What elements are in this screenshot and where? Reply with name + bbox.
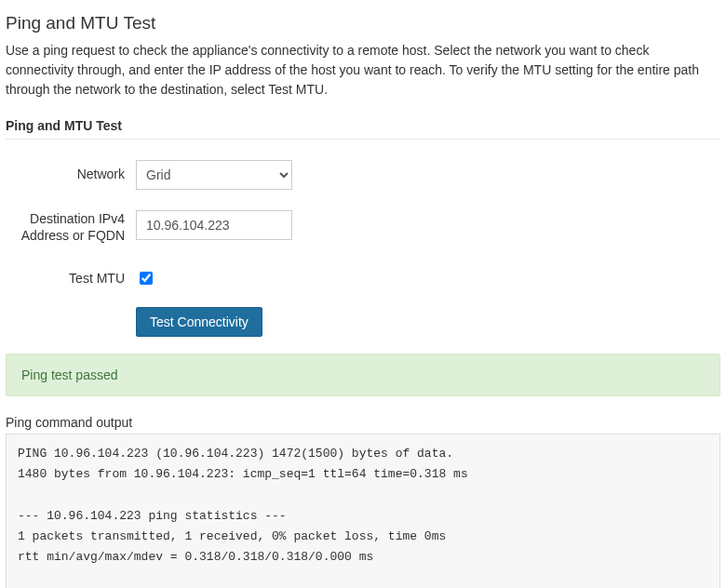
- test-connectivity-button[interactable]: Test Connectivity: [136, 307, 262, 337]
- form-row-test-mtu: Test MTU: [6, 264, 720, 288]
- network-label: Network: [6, 160, 136, 182]
- destination-label: Destination IPv4 Address or FQDN: [6, 210, 136, 244]
- destination-input[interactable]: [136, 210, 292, 240]
- network-select[interactable]: Grid: [136, 160, 292, 190]
- form-row-destination: Destination IPv4 Address or FQDN: [6, 210, 720, 244]
- page-intro: Use a ping request to check the applianc…: [6, 41, 720, 100]
- test-mtu-label: Test MTU: [6, 264, 136, 287]
- status-alert: Ping test passed: [6, 354, 720, 396]
- test-mtu-checkbox[interactable]: [140, 272, 153, 285]
- submit-row: Test Connectivity: [136, 307, 720, 337]
- form-row-network: Network Grid: [6, 160, 720, 190]
- output-label: Ping command output: [6, 415, 720, 430]
- section-heading: Ping and MTU Test: [6, 118, 720, 140]
- page-title: Ping and MTU Test: [6, 13, 720, 33]
- ping-output: PING 10.96.104.223 (10.96.104.223) 1472(…: [6, 434, 720, 588]
